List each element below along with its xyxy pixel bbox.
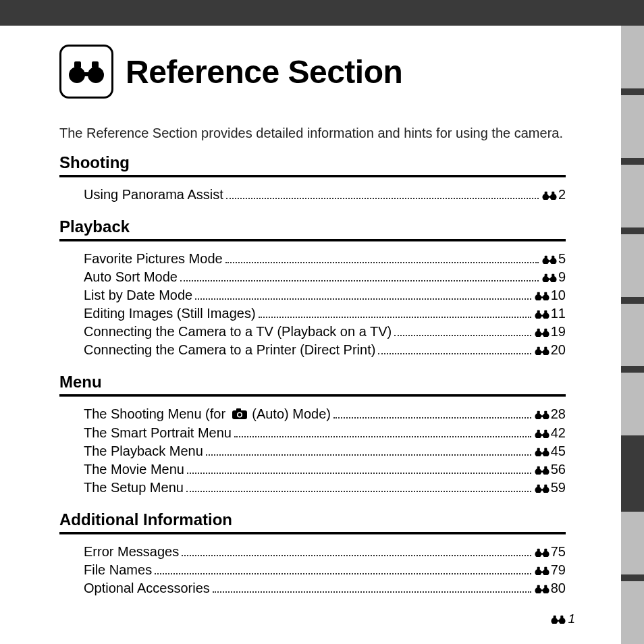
toc-item-label: Connecting the Camera to a TV (Playback … — [84, 323, 392, 341]
svg-rect-63 — [544, 466, 547, 469]
toc-item[interactable]: Connecting the Camera to a Printer (Dire… — [84, 341, 566, 359]
page-number-footer: 1 — [550, 612, 575, 626]
toc-item-label: The Playback Menu — [84, 442, 203, 460]
svg-rect-58 — [544, 448, 547, 451]
binoculars-icon — [59, 45, 113, 99]
toc-item-page: 19 — [534, 323, 566, 341]
intro-text: The Reference Section provides detailed … — [59, 126, 566, 141]
binoculars-icon — [534, 479, 550, 498]
toc-item[interactable]: File Names79 — [84, 561, 566, 579]
toc-item[interactable]: Error Messages75 — [84, 543, 566, 561]
svg-rect-67 — [537, 485, 539, 487]
toc-item-page-number: 19 — [551, 323, 566, 341]
toc-item-page-number: 45 — [551, 442, 566, 460]
svg-rect-12 — [547, 260, 552, 261]
svg-rect-39 — [544, 347, 547, 350]
binoculars-icon — [534, 425, 550, 443]
toc-item-page-number: 2 — [558, 186, 566, 204]
toc-item[interactable]: Connecting the Camera to a TV (Playback … — [84, 323, 566, 341]
leader-dots — [378, 353, 531, 354]
toc-item-page-number: 20 — [551, 341, 566, 359]
toc-item[interactable]: The Playback Menu45 — [84, 442, 566, 460]
toc-list: The Shooting Menu (for (Auto) Mode)28The… — [84, 405, 566, 497]
svg-rect-9 — [552, 192, 554, 194]
svg-rect-83 — [544, 585, 547, 588]
side-tab-active[interactable] — [621, 442, 644, 505]
svg-rect-32 — [540, 333, 545, 334]
side-tab[interactable] — [621, 581, 644, 644]
toc-item-label: Using Panorama Assist — [84, 186, 223, 204]
svg-rect-46 — [540, 415, 545, 417]
side-tab[interactable] — [621, 95, 644, 158]
svg-rect-77 — [537, 567, 539, 570]
toc-item-page: 45 — [534, 442, 566, 460]
side-tab[interactable] — [621, 373, 644, 435]
svg-rect-27 — [540, 315, 545, 316]
svg-rect-2 — [81, 72, 92, 76]
svg-rect-71 — [540, 553, 545, 554]
svg-rect-51 — [540, 434, 545, 435]
binoculars-icon — [534, 543, 550, 562]
svg-rect-3 — [74, 61, 81, 68]
toc-item[interactable]: The Setup Menu59 — [84, 479, 566, 497]
toc-item[interactable]: Favorite Pictures Mode5 — [84, 250, 566, 268]
svg-rect-61 — [540, 471, 545, 472]
toc-item-page-number: 11 — [551, 304, 566, 323]
binoculars-icon — [534, 406, 550, 424]
side-tab[interactable] — [621, 165, 644, 227]
toc-item-page-number: 59 — [551, 479, 566, 497]
toc-list: Using Panorama Assist2 — [84, 186, 566, 204]
section-heading: Menu — [59, 373, 566, 392]
toc-item-label: Connecting the Camera to a Printer (Dire… — [84, 341, 375, 359]
binoculars-icon — [541, 250, 558, 269]
toc-item-page: 5 — [541, 250, 566, 268]
toc-item-page-number: 10 — [551, 286, 566, 304]
binoculars-icon — [541, 186, 558, 205]
toc-list: Error Messages75File Names79Optional Acc… — [84, 543, 566, 597]
toc-item-page-number: 28 — [551, 405, 566, 423]
toc-item[interactable]: The Movie Menu56 — [84, 460, 566, 479]
toc-item-page-number: 5 — [558, 250, 566, 268]
toc-item[interactable]: List by Date Mode10 — [84, 286, 566, 304]
side-tab[interactable] — [621, 234, 644, 297]
svg-rect-76 — [540, 571, 545, 572]
toc-item-page-number: 75 — [551, 543, 566, 561]
section-heading: Shooting — [59, 153, 566, 172]
toc-item-label: Error Messages — [84, 543, 179, 561]
side-tab[interactable] — [621, 304, 644, 367]
svg-rect-73 — [544, 549, 547, 552]
toc-item[interactable]: Auto Sort Mode9 — [84, 268, 566, 286]
section-rule — [59, 532, 566, 535]
toc-item-page-number: 9 — [558, 268, 566, 286]
toc-item-page: 11 — [534, 304, 566, 323]
leader-dots — [259, 317, 531, 318]
toc-item-page: 9 — [541, 268, 566, 286]
binoculars-icon — [534, 323, 550, 342]
toc-item-page: 2 — [541, 186, 566, 204]
side-tab[interactable] — [621, 512, 644, 574]
toc-item[interactable]: The Smart Portrait Menu42 — [84, 424, 566, 442]
toc-item[interactable]: Using Panorama Assist2 — [84, 186, 566, 204]
svg-rect-57 — [537, 448, 539, 451]
page-body: Reference Section The Reference Section … — [0, 26, 621, 644]
svg-rect-56 — [540, 452, 545, 454]
toc-item[interactable]: Editing Images (Still Images)11 — [84, 304, 566, 323]
svg-rect-29 — [544, 311, 547, 313]
binoculars-icon — [550, 612, 566, 627]
svg-rect-8 — [545, 192, 547, 194]
leader-dots — [225, 262, 539, 263]
leader-dots — [206, 454, 531, 456]
svg-rect-41 — [236, 408, 241, 411]
svg-rect-52 — [537, 430, 539, 433]
toc-item[interactable]: The Shooting Menu (for (Auto) Mode)28 — [84, 405, 566, 424]
toc-item[interactable]: Optional Accessories80 — [84, 579, 566, 597]
binoculars-icon — [534, 305, 550, 323]
svg-rect-13 — [545, 256, 547, 259]
svg-rect-28 — [537, 311, 539, 313]
binoculars-icon — [534, 562, 550, 580]
leader-dots — [394, 335, 531, 336]
leader-dots — [333, 417, 531, 419]
svg-rect-18 — [545, 274, 547, 277]
leader-dots — [195, 298, 531, 300]
side-tab[interactable] — [621, 26, 644, 88]
